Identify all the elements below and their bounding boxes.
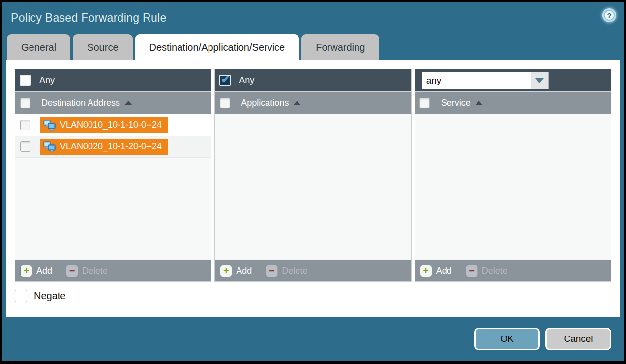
dialog-titlebar: Policy Based Forwarding Rule ?	[2, 2, 624, 34]
service-header: Service	[415, 92, 611, 114]
applications-any-label: Any	[239, 75, 254, 85]
dialog-footer: OK Cancel	[2, 317, 624, 361]
row-checkbox[interactable]	[20, 120, 30, 130]
add-label: Add	[36, 266, 52, 276]
network-computers-icon	[43, 120, 56, 131]
delete-button[interactable]: − Delete	[266, 265, 307, 277]
destination-any-label: Any	[39, 75, 55, 85]
sort-ascending-icon[interactable]	[124, 101, 132, 105]
tab-general[interactable]: General	[7, 34, 70, 60]
negate-checkbox[interactable]	[15, 290, 27, 302]
add-label: Add	[236, 266, 252, 276]
cancel-button[interactable]: Cancel	[545, 328, 611, 350]
destination-address-list: VLAN0010_10-1-10-0--24 VLAN0020_10-1-20-…	[15, 114, 211, 259]
network-computers-icon	[43, 141, 56, 152]
row-checkbox-cell	[15, 136, 35, 157]
applications-panel: Any Applications + Add	[214, 69, 411, 282]
select-all-cell	[215, 92, 235, 114]
applications-list	[215, 114, 411, 259]
destination-any-bar: Any	[15, 69, 211, 92]
select-all-checkbox[interactable]	[220, 98, 230, 108]
select-all-cell	[15, 92, 35, 114]
tab-destination-application-service[interactable]: Destination/Application/Service	[135, 34, 299, 60]
destination-address-panel: Any Destination Address	[15, 69, 211, 282]
table-row[interactable]: VLAN0020_10-1-20-0--24	[15, 136, 211, 158]
row-checkbox[interactable]	[20, 141, 30, 152]
tab-source[interactable]: Source	[73, 34, 132, 60]
columns-container: Any Destination Address	[15, 69, 611, 282]
sort-ascending-icon[interactable]	[475, 101, 483, 105]
add-button[interactable]: + Add	[20, 265, 52, 277]
destination-address-toolbar: + Add − Delete	[15, 259, 211, 281]
delete-button[interactable]: − Delete	[66, 265, 108, 277]
pbf-rule-dialog: Policy Based Forwarding Rule ? General S…	[2, 2, 624, 361]
column-header-label[interactable]: Applications	[241, 98, 289, 108]
tab-forwarding[interactable]: Forwarding	[301, 34, 379, 60]
service-dropdown	[422, 72, 549, 89]
applications-any-bar: Any	[215, 69, 411, 92]
applications-any-checkbox[interactable]	[219, 75, 231, 86]
column-header-label[interactable]: Service	[441, 98, 471, 108]
dialog-title: Policy Based Forwarding Rule	[11, 11, 167, 25]
delete-label: Delete	[482, 266, 507, 276]
address-object-label: VLAN0010_10-1-10-0--24	[60, 120, 162, 130]
destination-any-checkbox[interactable]	[20, 75, 31, 86]
applications-toolbar: + Add − Delete	[215, 259, 411, 281]
destination-address-header: Destination Address	[15, 92, 211, 114]
question-mark-glyph: ?	[604, 10, 615, 21]
applications-header: Applications	[215, 92, 411, 114]
service-list	[415, 114, 611, 259]
tab-content: Any Destination Address	[6, 60, 620, 317]
negate-row: Negate	[15, 290, 611, 302]
select-all-checkbox[interactable]	[20, 98, 30, 108]
delete-button[interactable]: − Delete	[466, 265, 507, 277]
row-checkbox-cell	[15, 114, 35, 136]
help-icon[interactable]: ?	[602, 8, 616, 22]
sort-ascending-icon[interactable]	[293, 101, 301, 105]
address-object-chip[interactable]: VLAN0010_10-1-10-0--24	[40, 117, 168, 133]
service-toolbar: + Add − Delete	[415, 259, 611, 281]
negate-label: Negate	[34, 290, 66, 302]
ok-button[interactable]: OK	[474, 328, 540, 350]
minus-icon: −	[466, 265, 478, 277]
column-header-label[interactable]: Destination Address	[41, 98, 120, 108]
plus-icon: +	[20, 265, 32, 277]
address-object-label: VLAN0020_10-1-20-0--24	[60, 141, 162, 152]
add-button[interactable]: + Add	[420, 265, 452, 277]
delete-label: Delete	[82, 266, 108, 276]
service-panel: Service + Add − Delete	[415, 69, 611, 282]
select-all-checkbox[interactable]	[419, 98, 430, 108]
plus-icon: +	[420, 265, 432, 277]
address-object-chip[interactable]: VLAN0020_10-1-20-0--24	[40, 139, 168, 155]
plus-icon: +	[220, 265, 232, 277]
minus-icon: −	[66, 265, 78, 277]
tab-bar: General Source Destination/Application/S…	[7, 34, 379, 60]
add-label: Add	[436, 266, 452, 276]
service-dropdown-button[interactable]	[531, 72, 549, 89]
service-dropdown-input[interactable]	[422, 72, 531, 89]
select-all-cell	[415, 92, 435, 114]
service-select-bar	[415, 69, 611, 92]
add-button[interactable]: + Add	[220, 265, 252, 277]
delete-label: Delete	[282, 266, 307, 276]
chevron-down-icon	[535, 78, 544, 83]
minus-icon: −	[266, 265, 278, 277]
screen: Policy Based Forwarding Rule ? General S…	[0, 0, 626, 364]
table-row[interactable]: VLAN0010_10-1-10-0--24	[15, 114, 211, 136]
